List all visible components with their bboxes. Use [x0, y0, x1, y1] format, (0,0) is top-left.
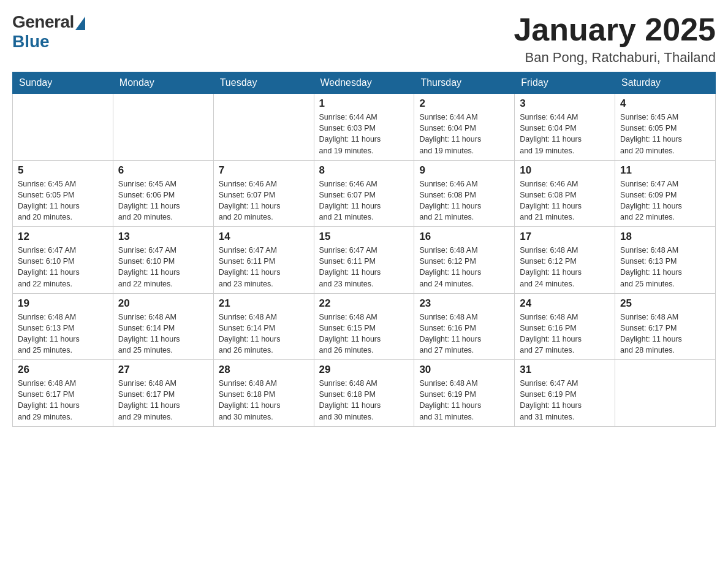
calendar-day-cell: 4Sunrise: 6:45 AM Sunset: 6:05 PM Daylig…	[615, 94, 716, 161]
day-info: Sunrise: 6:46 AM Sunset: 6:07 PM Dayligh…	[219, 178, 309, 223]
calendar-day-cell: 18Sunrise: 6:48 AM Sunset: 6:13 PM Dayli…	[615, 227, 716, 294]
weekday-header-friday: Friday	[515, 72, 615, 94]
day-info: Sunrise: 6:48 AM Sunset: 6:18 PM Dayligh…	[319, 378, 409, 423]
calendar-day-cell: 7Sunrise: 6:46 AM Sunset: 6:07 PM Daylig…	[213, 160, 314, 227]
title-section: January 2025 Ban Pong, Ratchaburi, Thail…	[514, 12, 716, 66]
weekday-header-sunday: Sunday	[13, 72, 113, 94]
calendar-day-cell: 13Sunrise: 6:47 AM Sunset: 6:10 PM Dayli…	[113, 227, 213, 294]
calendar-day-cell: 20Sunrise: 6:48 AM Sunset: 6:14 PM Dayli…	[113, 293, 213, 360]
day-number: 19	[18, 297, 108, 310]
day-info: Sunrise: 6:44 AM Sunset: 6:03 PM Dayligh…	[319, 112, 409, 156]
day-info: Sunrise: 6:47 AM Sunset: 6:11 PM Dayligh…	[319, 245, 409, 289]
day-info: Sunrise: 6:45 AM Sunset: 6:06 PM Dayligh…	[118, 178, 208, 223]
day-number: 23	[419, 297, 509, 310]
calendar-day-cell: 2Sunrise: 6:44 AM Sunset: 6:04 PM Daylig…	[414, 94, 515, 161]
weekday-header-tuesday: Tuesday	[213, 72, 314, 94]
day-number: 12	[18, 231, 108, 243]
calendar-day-cell: 9Sunrise: 6:46 AM Sunset: 6:08 PM Daylig…	[414, 160, 515, 227]
day-number: 3	[520, 98, 610, 110]
day-number: 28	[219, 364, 309, 376]
day-number: 4	[620, 98, 710, 110]
day-info: Sunrise: 6:48 AM Sunset: 6:19 PM Dayligh…	[419, 378, 509, 423]
calendar-day-cell: 27Sunrise: 6:48 AM Sunset: 6:17 PM Dayli…	[113, 360, 213, 427]
calendar-header-row: SundayMondayTuesdayWednesdayThursdayFrid…	[13, 72, 716, 94]
day-info: Sunrise: 6:47 AM Sunset: 6:10 PM Dayligh…	[118, 245, 208, 289]
day-info: Sunrise: 6:48 AM Sunset: 6:15 PM Dayligh…	[319, 312, 409, 356]
day-number: 1	[319, 98, 409, 110]
calendar-day-cell: 15Sunrise: 6:47 AM Sunset: 6:11 PM Dayli…	[314, 227, 414, 294]
weekday-header-wednesday: Wednesday	[314, 72, 414, 94]
day-info: Sunrise: 6:46 AM Sunset: 6:07 PM Dayligh…	[319, 178, 409, 223]
day-number: 20	[118, 297, 208, 310]
day-number: 13	[118, 231, 208, 243]
day-number: 16	[419, 231, 509, 243]
logo: General Blue	[12, 12, 85, 52]
day-info: Sunrise: 6:44 AM Sunset: 6:04 PM Dayligh…	[419, 112, 509, 156]
calendar-empty-cell	[13, 94, 113, 161]
calendar-day-cell: 31Sunrise: 6:47 AM Sunset: 6:19 PM Dayli…	[515, 360, 615, 427]
calendar-day-cell: 22Sunrise: 6:48 AM Sunset: 6:15 PM Dayli…	[314, 293, 414, 360]
day-info: Sunrise: 6:48 AM Sunset: 6:14 PM Dayligh…	[118, 312, 208, 356]
day-info: Sunrise: 6:46 AM Sunset: 6:08 PM Dayligh…	[520, 178, 610, 223]
weekday-header-thursday: Thursday	[414, 72, 515, 94]
day-number: 29	[319, 364, 409, 376]
logo-general-text: General	[12, 12, 74, 32]
month-year-title: January 2025	[514, 12, 716, 47]
calendar-day-cell: 8Sunrise: 6:46 AM Sunset: 6:07 PM Daylig…	[314, 160, 414, 227]
logo-blue-text: Blue	[12, 32, 50, 52]
day-number: 22	[319, 297, 409, 310]
calendar-day-cell: 29Sunrise: 6:48 AM Sunset: 6:18 PM Dayli…	[314, 360, 414, 427]
day-number: 11	[620, 164, 710, 177]
day-number: 18	[620, 231, 710, 243]
day-info: Sunrise: 6:47 AM Sunset: 6:19 PM Dayligh…	[520, 378, 610, 423]
calendar-day-cell: 19Sunrise: 6:48 AM Sunset: 6:13 PM Dayli…	[13, 293, 113, 360]
calendar-day-cell: 11Sunrise: 6:47 AM Sunset: 6:09 PM Dayli…	[615, 160, 716, 227]
day-number: 17	[520, 231, 610, 243]
calendar-day-cell: 16Sunrise: 6:48 AM Sunset: 6:12 PM Dayli…	[414, 227, 515, 294]
day-number: 27	[118, 364, 208, 376]
calendar-empty-cell	[213, 94, 314, 161]
day-info: Sunrise: 6:45 AM Sunset: 6:05 PM Dayligh…	[620, 112, 710, 156]
day-info: Sunrise: 6:48 AM Sunset: 6:12 PM Dayligh…	[520, 245, 610, 289]
calendar-day-cell: 17Sunrise: 6:48 AM Sunset: 6:12 PM Dayli…	[515, 227, 615, 294]
day-info: Sunrise: 6:48 AM Sunset: 6:12 PM Dayligh…	[419, 245, 509, 289]
day-info: Sunrise: 6:48 AM Sunset: 6:17 PM Dayligh…	[620, 312, 710, 356]
day-number: 8	[319, 164, 409, 177]
calendar-week-row: 12Sunrise: 6:47 AM Sunset: 6:10 PM Dayli…	[13, 227, 716, 294]
day-number: 6	[118, 164, 208, 177]
day-info: Sunrise: 6:48 AM Sunset: 6:16 PM Dayligh…	[520, 312, 610, 356]
day-info: Sunrise: 6:48 AM Sunset: 6:17 PM Dayligh…	[18, 378, 108, 423]
weekday-header-monday: Monday	[113, 72, 213, 94]
logo-triangle-icon	[75, 17, 85, 30]
day-info: Sunrise: 6:48 AM Sunset: 6:13 PM Dayligh…	[18, 312, 108, 356]
day-info: Sunrise: 6:48 AM Sunset: 6:18 PM Dayligh…	[219, 378, 309, 423]
calendar-day-cell: 30Sunrise: 6:48 AM Sunset: 6:19 PM Dayli…	[414, 360, 515, 427]
calendar-week-row: 5Sunrise: 6:45 AM Sunset: 6:05 PM Daylig…	[13, 160, 716, 227]
calendar-empty-cell	[615, 360, 716, 427]
day-number: 10	[520, 164, 610, 177]
day-number: 30	[419, 364, 509, 376]
day-number: 14	[219, 231, 309, 243]
day-number: 24	[520, 297, 610, 310]
calendar-week-row: 26Sunrise: 6:48 AM Sunset: 6:17 PM Dayli…	[13, 360, 716, 427]
day-info: Sunrise: 6:44 AM Sunset: 6:04 PM Dayligh…	[520, 112, 610, 156]
calendar-empty-cell	[113, 94, 213, 161]
day-info: Sunrise: 6:46 AM Sunset: 6:08 PM Dayligh…	[419, 178, 509, 223]
calendar-day-cell: 14Sunrise: 6:47 AM Sunset: 6:11 PM Dayli…	[213, 227, 314, 294]
day-number: 25	[620, 297, 710, 310]
header: General Blue January 2025 Ban Pong, Ratc…	[12, 12, 716, 66]
calendar-day-cell: 10Sunrise: 6:46 AM Sunset: 6:08 PM Dayli…	[515, 160, 615, 227]
calendar-day-cell: 3Sunrise: 6:44 AM Sunset: 6:04 PM Daylig…	[515, 94, 615, 161]
day-info: Sunrise: 6:48 AM Sunset: 6:13 PM Dayligh…	[620, 245, 710, 289]
weekday-header-saturday: Saturday	[615, 72, 716, 94]
calendar-day-cell: 26Sunrise: 6:48 AM Sunset: 6:17 PM Dayli…	[13, 360, 113, 427]
day-info: Sunrise: 6:48 AM Sunset: 6:16 PM Dayligh…	[419, 312, 509, 356]
day-number: 5	[18, 164, 108, 177]
day-number: 31	[520, 364, 610, 376]
calendar-day-cell: 6Sunrise: 6:45 AM Sunset: 6:06 PM Daylig…	[113, 160, 213, 227]
day-info: Sunrise: 6:47 AM Sunset: 6:09 PM Dayligh…	[620, 178, 710, 223]
calendar-day-cell: 21Sunrise: 6:48 AM Sunset: 6:14 PM Dayli…	[213, 293, 314, 360]
calendar-day-cell: 23Sunrise: 6:48 AM Sunset: 6:16 PM Dayli…	[414, 293, 515, 360]
day-info: Sunrise: 6:48 AM Sunset: 6:17 PM Dayligh…	[118, 378, 208, 423]
day-number: 2	[419, 98, 509, 110]
